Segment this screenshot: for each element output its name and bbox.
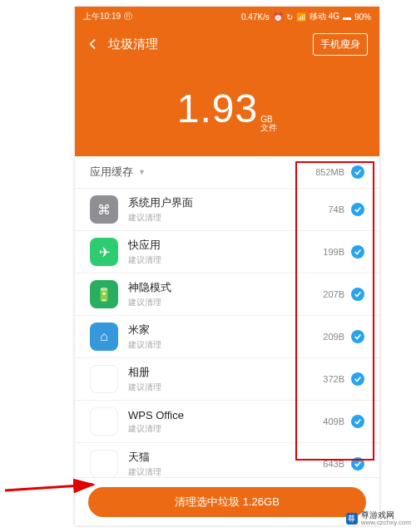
section-total-size: 852MB	[315, 167, 344, 177]
watermark-logo-icon: 尊	[346, 513, 358, 525]
app-sub: 建议清理	[128, 297, 313, 308]
app-name: 米家	[128, 323, 313, 337]
status-time: 上午10:19	[83, 11, 121, 22]
app-name: 神隐模式	[128, 280, 313, 295]
app-row[interactable]: ⌘ 系统用户界面 建议清理 74B	[75, 189, 379, 231]
check-icon[interactable]	[351, 288, 364, 301]
phone-slim-button[interactable]: 手机瘦身	[313, 33, 368, 56]
app-sub: 建议清理	[128, 339, 313, 351]
app-size: 372B	[323, 374, 344, 384]
app-size: 207B	[323, 289, 344, 299]
hero-area: 1.93 GB 文件	[75, 62, 379, 156]
app-name: 天猫	[128, 450, 313, 465]
app-row[interactable]: ✿ 相册 建议清理 372B	[75, 358, 379, 401]
check-icon[interactable]	[351, 372, 364, 386]
app-size: 74B	[328, 204, 344, 214]
status-network: 移动 4G	[310, 11, 339, 22]
bottom-bar: 清理选中垃圾 1.26GB	[75, 477, 379, 525]
app-size: 643B	[323, 459, 344, 469]
sync-icon: ↻	[286, 12, 293, 22]
app-icon: ⌘	[90, 195, 118, 224]
app-icon: 🔋	[90, 280, 118, 308]
watermark-line2: www.czchxy.com	[361, 520, 411, 527]
status-battery: 90%	[354, 12, 371, 22]
app-header: 垃圾清理 手机瘦身	[75, 27, 379, 62]
junk-size-sub: 文件	[260, 124, 277, 132]
battery-icon: ▬	[343, 12, 351, 22]
app-icon: ✈	[90, 238, 118, 266]
section-header[interactable]: 应用缓存 ▼ 852MB	[75, 156, 379, 189]
app-icon: W	[90, 407, 118, 436]
check-icon[interactable]	[351, 203, 364, 216]
check-icon[interactable]	[351, 245, 364, 259]
app-row[interactable]: W WPS Office 建议清理 409B	[75, 401, 379, 443]
app-sub: 建议清理	[128, 382, 313, 393]
watermark: 尊 尊游戏网 www.czchxy.com	[346, 510, 411, 527]
app-icon: ⌂	[90, 323, 118, 351]
app-name: WPS Office	[128, 409, 313, 421]
app-size: 409B	[323, 416, 344, 426]
check-icon[interactable]	[351, 457, 364, 470]
page-title: 垃圾清理	[108, 37, 158, 52]
app-row[interactable]: 🔋 神隐模式 建议清理 207B	[75, 273, 379, 316]
app-row[interactable]: ⌂ 米家 建议清理 209B	[75, 316, 379, 358]
check-icon[interactable]	[351, 415, 364, 428]
screenshot-frame: 上午10:19 ⓝ 0.47K/s ⏰ ↻ 📶 移动 4G ▬ 90% 垃圾清理…	[0, 0, 416, 532]
app-row[interactable]: ✈ 快应用 建议清理 199B	[75, 231, 379, 273]
phone-screen: 上午10:19 ⓝ 0.47K/s ⏰ ↻ 📶 移动 4G ▬ 90% 垃圾清理…	[75, 7, 379, 525]
app-name: 系统用户界面	[128, 195, 318, 210]
check-icon[interactable]	[351, 330, 364, 343]
caret-down-icon: ▼	[138, 168, 146, 176]
app-sub: 建议清理	[128, 254, 313, 266]
back-icon[interactable]	[87, 37, 100, 51]
app-size: 199B	[323, 247, 344, 257]
junk-size-number: 1.93	[177, 86, 258, 131]
app-name: 相册	[128, 365, 313, 380]
check-icon[interactable]	[351, 165, 364, 179]
alarm-icon: ⏰	[273, 12, 283, 22]
app-size: 209B	[323, 332, 344, 342]
app-sub: 建议清理	[128, 423, 313, 435]
app-name: 快应用	[128, 238, 313, 253]
nfc-icon: ⓝ	[124, 11, 132, 22]
app-sub: 建议清理	[128, 212, 318, 224]
app-icon: ✿	[90, 450, 118, 478]
section-label: 应用缓存	[90, 165, 133, 180]
status-bar: 上午10:19 ⓝ 0.47K/s ⏰ ↻ 📶 移动 4G ▬ 90%	[75, 7, 379, 27]
app-sub: 建议清理	[128, 466, 313, 478]
wifi-icon: 📶	[296, 12, 306, 22]
app-list: ⌘ 系统用户界面 建议清理 74B ✈ 快应用 建议清理 199B 🔋 神隐模式…	[75, 189, 379, 485]
status-speed: 0.47K/s	[241, 12, 270, 22]
clean-button[interactable]: 清理选中垃圾 1.26GB	[88, 487, 366, 517]
app-icon: ✿	[90, 365, 118, 393]
